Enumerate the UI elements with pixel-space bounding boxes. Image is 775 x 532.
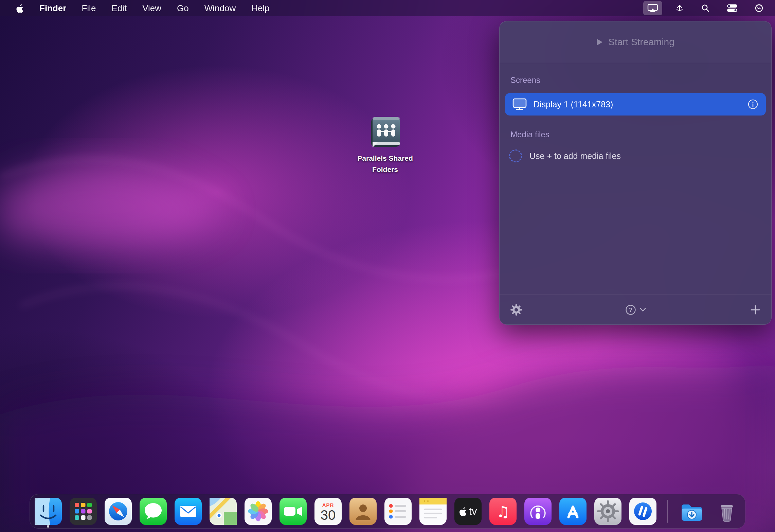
info-icon[interactable] — [747, 99, 758, 110]
dock-mail[interactable] — [175, 498, 202, 525]
apple-logo-icon — [16, 4, 24, 13]
media-section-label: Media files — [510, 130, 771, 139]
desktop-screen: Finder File Edit View Go Window Help — [0, 0, 775, 532]
screens-section-label: Screens — [510, 75, 771, 85]
search-icon[interactable] — [697, 1, 714, 15]
apple-menu[interactable] — [8, 0, 32, 16]
dock-podcasts[interactable] — [524, 498, 552, 525]
help-icon: ? — [625, 304, 636, 316]
menu-app-name[interactable]: Finder — [32, 3, 74, 14]
desktop-icon-label: Parallels Shared Folders — [349, 153, 421, 175]
up-arrow-icon[interactable] — [671, 1, 688, 15]
popover-footer: ? — [500, 295, 771, 324]
finder-running-indicator — [47, 525, 49, 528]
parallels-shared-folders-icon[interactable]: Parallels Shared Folders — [333, 114, 437, 175]
media-hint-text: Use + to add media files — [529, 151, 621, 161]
dock-system-preferences[interactable] — [594, 498, 621, 525]
dock-calendar[interactable]: APR 30 — [314, 498, 342, 525]
media-placeholder-row: Use + to add media files — [509, 149, 771, 162]
dock-reminders[interactable] — [384, 498, 412, 525]
menu-file[interactable]: File — [74, 3, 104, 14]
menu-help[interactable]: Help — [244, 3, 277, 14]
dock-photos[interactable] — [245, 498, 272, 525]
start-streaming-label: Start Streaming — [608, 37, 674, 48]
dock-notes[interactable] — [419, 498, 447, 525]
dock-parallels-desktop[interactable] — [629, 498, 656, 525]
add-plus-icon[interactable] — [750, 304, 761, 316]
appletv-label: tv — [469, 506, 477, 517]
music-note-icon: ♫ — [496, 503, 509, 520]
display-row[interactable]: Display 1 (1141x783) — [505, 93, 766, 116]
dock-maps[interactable] — [210, 498, 237, 525]
dock-finder[interactable] — [35, 498, 62, 525]
streaming-popover: Start Streaming Screens Display 1 (1141x… — [499, 21, 772, 325]
media-placeholder-circle — [509, 149, 522, 162]
siri-icon[interactable] — [751, 1, 768, 15]
dock-contacts[interactable] — [349, 498, 377, 525]
dock-divider — [667, 500, 668, 523]
dock: APR 30 — [30, 494, 745, 529]
control-center-icon[interactable] — [723, 1, 742, 15]
play-icon — [596, 38, 603, 46]
dock-downloads-folder[interactable] — [678, 498, 705, 525]
help-menu-group[interactable]: ? — [625, 304, 646, 316]
screen-mirroring-icon[interactable] — [643, 1, 662, 15]
calendar-month: APR — [322, 502, 334, 508]
calendar-day: 30 — [321, 508, 336, 522]
apple-logo-small-icon — [459, 507, 467, 516]
settings-gear-icon[interactable] — [510, 303, 523, 316]
shared-folders-drive-icon — [365, 114, 405, 151]
dock-apple-tv[interactable]: tv — [454, 498, 482, 525]
menu-view[interactable]: View — [134, 3, 169, 14]
menu-window[interactable]: Window — [197, 3, 244, 14]
dock-trash[interactable] — [713, 498, 740, 525]
dock-safari[interactable] — [105, 498, 132, 525]
dock-music[interactable]: ♫ — [489, 498, 517, 525]
chevron-down-icon — [640, 308, 646, 312]
dock-messages[interactable] — [140, 498, 167, 525]
display-icon — [512, 98, 527, 110]
menu-bar: Finder File Edit View Go Window Help — [0, 0, 775, 16]
menu-go[interactable]: Go — [169, 3, 197, 14]
svg-text:?: ? — [629, 307, 632, 313]
dock-facetime[interactable] — [280, 498, 307, 525]
dock-app-store[interactable] — [559, 498, 587, 525]
dock-launchpad[interactable] — [70, 498, 97, 525]
menu-edit[interactable]: Edit — [104, 3, 134, 14]
display-row-label: Display 1 (1141x783) — [534, 100, 613, 109]
start-streaming-button[interactable]: Start Streaming — [500, 21, 771, 63]
